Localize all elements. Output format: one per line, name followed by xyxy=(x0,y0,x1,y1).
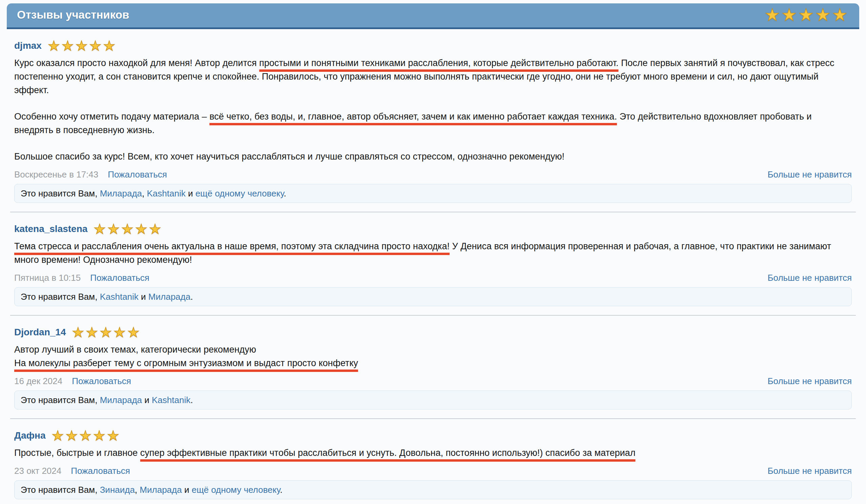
underlined-text: Тема стресса и расслабления очень актуал… xyxy=(14,241,449,251)
liker-link[interactable]: Миларада xyxy=(100,188,142,199)
review-divider xyxy=(10,212,856,212)
likes-box: Это нравится Вам, Зинаида, Миларада и ещ… xyxy=(14,480,852,499)
underlined-text: всё четко, без воды, и, главное, автор о… xyxy=(209,111,617,122)
overall-rating-stars-icon: ★★★★★ xyxy=(765,7,849,23)
review-meta-row: 23 окт 2024 Пожаловаться Больше не нрави… xyxy=(14,466,852,476)
likes-box: Это нравится Вам, Миларада и Kashtanik. xyxy=(14,391,852,410)
report-link[interactable]: Пожаловаться xyxy=(72,376,131,387)
likes-suffix: . xyxy=(284,188,286,199)
review-paragraph: Большое спасибо за курс! Всем, кто хочет… xyxy=(14,150,852,163)
report-link[interactable]: Пожаловаться xyxy=(71,466,130,476)
likes-box: Это нравится Вам, Kashtanik и Миларада. xyxy=(14,287,852,306)
reviews-list: djmax ★★★★★ Курс оказался просто находко… xyxy=(0,38,866,499)
review-date: Пятница в 10:15 xyxy=(14,273,81,283)
likes-prefix: Это нравится Вам, xyxy=(21,485,100,495)
likes-separator: , xyxy=(135,485,140,495)
review-katena-slastena: katena_slastena ★★★★★ Тема стресса и рас… xyxy=(14,221,852,306)
likes-prefix: Это нравится Вам, xyxy=(21,395,100,405)
likes-box: Это нравится Вам, Миларада, Kashtanik и … xyxy=(14,184,852,203)
review-date: 23 окт 2024 xyxy=(14,466,61,476)
username-link[interactable]: Дафна xyxy=(14,430,46,441)
review-meta-row: 16 дек 2024 Пожаловаться Больше не нрави… xyxy=(14,376,852,387)
review-meta-row: Пятница в 10:15 Пожаловаться Больше не н… xyxy=(14,273,852,283)
review-meta-row: Воскресенье в 17:43 Пожаловаться Больше … xyxy=(14,169,852,180)
likes-separator: и xyxy=(138,292,148,302)
likes-prefix: Это нравится Вам, xyxy=(21,188,100,199)
review-paragraph: Тема стресса и расслабления очень актуал… xyxy=(14,239,852,267)
report-link[interactable]: Пожаловаться xyxy=(90,273,149,283)
underlined-text: На молекулы разберет тему с огромным энт… xyxy=(14,358,358,368)
unlike-link[interactable]: Больше не нравится xyxy=(767,376,852,387)
liker-link[interactable]: Kashtanik xyxy=(100,292,138,302)
likes-prefix: Это нравится Вам, xyxy=(21,292,100,302)
review-paragraph: На молекулы разберет тему с огромным энт… xyxy=(14,356,852,370)
review-djmax: djmax ★★★★★ Курс оказался просто находко… xyxy=(14,38,852,203)
text-segment: Курс оказался просто находкой для меня! … xyxy=(14,58,259,68)
reviews-header-bar: Отзывы участников ★★★★★ xyxy=(7,3,859,29)
rating-stars-icon: ★★★★★ xyxy=(93,222,163,236)
likes-suffix: . xyxy=(190,292,193,302)
review-text: Курс оказался просто находкой для меня! … xyxy=(14,56,852,163)
review-paragraph: Автор лучший в своих темах, категорическ… xyxy=(14,343,852,356)
review-paragraph: Особенно хочу отметить подачу материала … xyxy=(14,110,852,137)
review-dafna: Дафна ★★★★★ Простые, быстрые и главное с… xyxy=(14,428,852,499)
text-segment: Простые, быстрые и главное xyxy=(14,448,140,458)
likes-separator: и xyxy=(142,395,152,405)
rating-stars-icon: ★★★★★ xyxy=(72,325,141,339)
unlike-link[interactable]: Больше не нравится xyxy=(767,273,852,283)
username-link[interactable]: djmax xyxy=(14,40,42,51)
likes-separator: и xyxy=(182,485,192,495)
unlike-link[interactable]: Больше не нравится xyxy=(767,466,852,476)
report-link[interactable]: Пожаловаться xyxy=(108,169,167,180)
username-link[interactable]: Djordan_14 xyxy=(14,327,66,338)
username-link[interactable]: katena_slastena xyxy=(14,224,87,234)
liker-link[interactable]: ещё одному человеку xyxy=(196,188,284,199)
review-djordan-14: Djordan_14 ★★★★★ Автор лучший в своих те… xyxy=(14,324,852,410)
review-header: djmax ★★★★★ xyxy=(14,38,852,54)
review-divider xyxy=(10,418,856,419)
review-date: Воскресенье в 17:43 xyxy=(14,169,98,180)
liker-link[interactable]: Миларада xyxy=(140,485,181,495)
liker-link[interactable]: Миларада xyxy=(148,292,190,302)
review-text: Автор лучший в своих темах, категорическ… xyxy=(14,343,852,370)
rating-stars-icon: ★★★★★ xyxy=(48,39,117,53)
liker-link[interactable]: ещё одному человеку xyxy=(192,485,280,495)
review-header: katena_slastena ★★★★★ xyxy=(14,221,852,237)
text-segment: Особенно хочу отметить подачу материала … xyxy=(14,111,209,122)
review-text: Простые, быстрые и главное супер эффекти… xyxy=(14,446,852,460)
review-divider xyxy=(10,315,856,316)
rating-stars-icon: ★★★★★ xyxy=(52,429,121,443)
liker-link[interactable]: Миларада xyxy=(100,395,142,405)
unlike-link[interactable]: Больше не нравится xyxy=(767,169,852,180)
liker-link[interactable]: Kashtanik xyxy=(147,188,185,199)
underlined-text: простыми и понятными техниками расслабле… xyxy=(259,58,618,68)
liker-link[interactable]: Зинаида xyxy=(100,485,135,495)
review-paragraph: Простые, быстрые и главное супер эффекти… xyxy=(14,446,852,460)
likes-suffix: . xyxy=(280,485,282,495)
review-date: 16 дек 2024 xyxy=(14,376,62,387)
underlined-text: супер эффективные практики чтобы расслаб… xyxy=(140,448,636,458)
review-paragraph: Курс оказался просто находкой для меня! … xyxy=(14,56,852,97)
likes-separator: и xyxy=(186,188,196,199)
review-text: Тема стресса и расслабления очень актуал… xyxy=(14,239,852,267)
review-header: Дафна ★★★★★ xyxy=(14,428,852,444)
likes-suffix: . xyxy=(190,395,193,405)
review-header: Djordan_14 ★★★★★ xyxy=(14,324,852,340)
page-title: Отзывы участников xyxy=(17,9,129,21)
liker-link[interactable]: Kashtanik xyxy=(152,395,190,405)
likes-separator: , xyxy=(142,188,147,199)
